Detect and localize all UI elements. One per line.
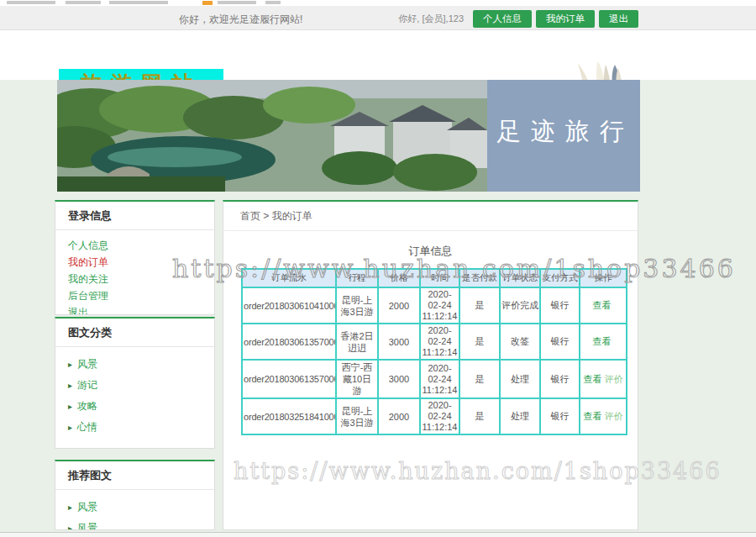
cell-time: 2020-02-2411:12:14 [420,398,459,434]
login-info-box: 登录信息 个人信息 我的订单 我的关注 后台管理 退出 [55,200,215,315]
cell-price: 2000 [378,398,420,434]
table-row: order201803061357000051 西宁-西藏10日 游 3000 … [242,360,627,398]
sidebar-link-logout[interactable]: 退出 [68,307,88,315]
time-date: 2020-02-24 [422,325,458,347]
category-item-mood[interactable]: ▸心情 [68,417,202,438]
table-row: order201803061041000051 昆明-上海3日游 2000 20… [242,287,627,324]
time-clock: 11:12:14 [422,347,458,358]
cell-price: 2000 [378,287,420,324]
recommend-menu: ▸风景 ▸风景 [55,490,214,530]
view-link[interactable]: 查看 [593,336,612,346]
cell-price: 3000 [378,324,420,360]
browser-tab-fragment [109,1,168,4]
cell-price: 3000 [378,360,420,398]
cell-time: 2020-02-2411:12:14 [420,324,459,360]
col-order-no: 订单流水 [242,269,336,287]
category-item-scenery[interactable]: ▸风景 [68,354,202,375]
user-area: 你好, [会员],123 个人信息 我的订单 退出 [398,10,638,28]
my-orders-button[interactable]: 我的订单 [536,10,595,28]
cell-order-no: order201803251841000033 [242,398,336,434]
view-link[interactable]: 查看 [584,411,602,421]
view-link[interactable]: 查看 [593,300,612,310]
banner-slogan: 足迹旅行 [481,115,640,149]
login-menu: 个人信息 我的订单 我的关注 后台管理 退出 [55,230,214,315]
category-link-mood[interactable]: 心情 [77,421,97,433]
cell-status: 处理 [500,360,540,398]
cell-time: 2020-02-2411:12:14 [420,360,459,398]
recommend-box: 推荐图文 ▸风景 ▸风景 [55,460,215,530]
col-paid: 是否付款 [459,269,500,287]
logout-button[interactable]: 退出 [599,10,638,28]
browser-tab-fragment [265,1,281,4]
bullet-arrow-icon: ▸ [68,360,72,369]
cell-paid: 是 [459,287,500,324]
category-box: 图文分类 ▸风景 ▸游记 ▸攻略 ▸心情 [55,317,215,449]
sidebar-link-profile[interactable]: 个人信息 [68,240,108,251]
sidebar-link-my-orders[interactable]: 我的订单 [68,256,108,268]
cell-actions: 查看 [580,324,627,360]
sidebar-item-profile[interactable]: 个人信息 [68,237,202,254]
cell-status: 改签 [500,324,540,360]
sidebar-item-logout[interactable]: 退出 [68,304,202,315]
category-link-scenery[interactable]: 风景 [77,358,97,370]
user-greeting: 你好, [会员],123 [398,13,464,25]
category-item-travelogue[interactable]: ▸游记 [68,375,202,396]
time-date: 2020-02-24 [422,363,458,385]
sidebar-link-admin[interactable]: 后台管理 [68,290,108,302]
orders-table-title: 订单信息 [223,244,638,259]
table-row: order201803061357000009 香港2日迌迌 3000 2020… [242,324,627,360]
bullet-arrow-icon: ▸ [68,524,72,530]
category-item-guide[interactable]: ▸攻略 [68,396,202,417]
cell-time: 2020-02-2411:12:14 [420,287,459,324]
cell-actions: 查看评价 [580,360,627,398]
sidebar-link-follows[interactable]: 我的关注 [68,273,108,285]
park-photo [57,80,487,192]
time-clock: 11:12:14 [422,385,458,396]
col-pay-method: 支付方式 [540,269,580,287]
time-clock: 11:12:14 [422,311,458,322]
sidebar-item-my-orders[interactable]: 我的订单 [68,254,202,271]
breadcrumb-current: 我的订单 [272,210,312,222]
login-box-title: 登录信息 [55,202,214,230]
time-clock: 11:12:14 [422,422,458,433]
bullet-arrow-icon: ▸ [68,381,72,390]
cell-status: 处理 [500,398,540,434]
cell-pay-method: 银行 [540,398,580,434]
col-time: 时间 [420,269,459,287]
recommend-link-1[interactable]: 风景 [77,501,97,513]
breadcrumb-home-link[interactable]: 首页 [240,210,260,222]
cell-order-no: order201803061041000051 [242,287,336,324]
view-link[interactable]: 查看 [584,374,602,384]
recommend-item[interactable]: ▸风景 [68,518,202,530]
cell-paid: 是 [459,360,500,398]
hero-banner: 足迹旅行 [57,80,640,192]
cell-order-no: order201803061357000009 [242,324,336,360]
cell-trip: 昆明-上海3日游 [336,398,378,434]
rate-link[interactable]: 评价 [605,411,623,421]
rate-link[interactable]: 评价 [605,374,623,384]
profile-button[interactable]: 个人信息 [473,10,532,28]
col-price: 价格 [378,269,420,287]
category-link-travelogue[interactable]: 游记 [77,379,97,391]
recommend-link-2[interactable]: 风景 [77,522,97,530]
category-menu: ▸风景 ▸游记 ▸攻略 ▸心情 [55,347,214,438]
cell-actions: 查看评价 [580,398,627,434]
favicon-fragment-icon [202,1,213,5]
cell-order-no: order201803061357000051 [242,360,336,398]
col-trip: 行程 [336,269,378,287]
sidebar-item-follows[interactable]: 我的关注 [68,271,202,287]
recommend-item[interactable]: ▸风景 [68,497,202,518]
col-status: 订单状态 [500,269,540,287]
orders-panel: 首页 > 我的订单 订单信息 订单流水 行程 价格 时间 是否付款 订单状态 支… [223,200,638,530]
table-header-row: 订单流水 行程 价格 时间 是否付款 订单状态 支付方式 操作 [242,269,627,287]
cell-trip: 西宁-西藏10日 游 [336,360,378,398]
cell-paid: 是 [459,324,500,360]
cell-trip: 香港2日迌迌 [336,324,378,360]
category-link-guide[interactable]: 攻略 [77,400,97,412]
recommend-box-title: 推荐图文 [55,461,214,490]
cell-actions: 查看 [580,287,627,324]
sidebar-item-admin[interactable]: 后台管理 [68,287,202,304]
cell-trip: 昆明-上海3日游 [336,287,378,324]
orders-table: 订单流水 行程 价格 时间 是否付款 订单状态 支付方式 操作 order201… [241,268,627,435]
cell-paid: 是 [459,398,500,434]
